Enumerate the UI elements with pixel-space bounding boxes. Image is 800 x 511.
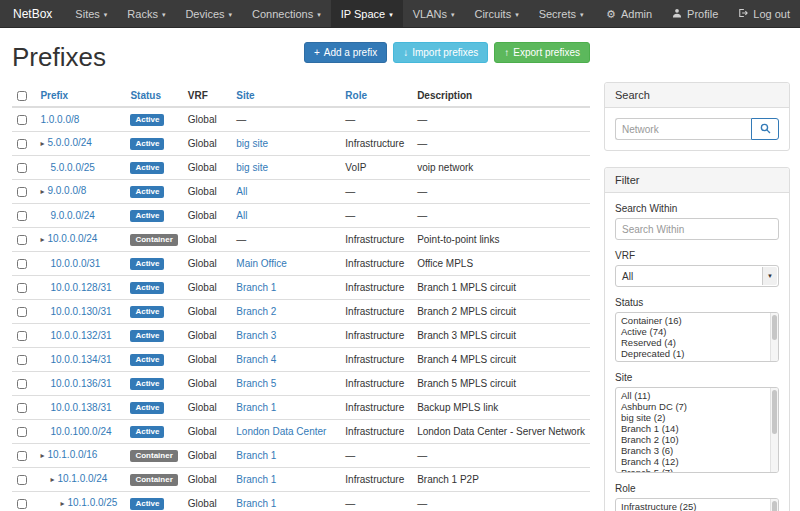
prefix-link[interactable]: 10.0.0.138/31 xyxy=(50,402,111,413)
row-checkbox[interactable] xyxy=(17,451,27,461)
column-header-role[interactable]: Role xyxy=(340,85,412,107)
scrollbar-thumb[interactable] xyxy=(772,315,777,340)
scrollbar-thumb[interactable] xyxy=(772,501,777,511)
listbox-option[interactable]: All (11) xyxy=(616,390,778,401)
nav-item-sites[interactable]: Sites▾ xyxy=(65,0,117,27)
nav-item-secrets[interactable]: Secrets▾ xyxy=(529,0,594,27)
listbox-option[interactable]: Branch 1 (14) xyxy=(616,423,778,434)
listbox-option[interactable]: Ashburn DC (7) xyxy=(616,401,778,412)
listbox-option[interactable]: Branch 5 (7) xyxy=(616,467,778,473)
site-link[interactable]: Branch 1 xyxy=(236,282,276,293)
prefix-link[interactable]: 10.0.0.0/24 xyxy=(47,233,97,244)
site-link[interactable]: Branch 1 xyxy=(236,402,276,413)
site-link[interactable]: Branch 1 xyxy=(236,474,276,485)
site-link[interactable]: Branch 1 xyxy=(236,498,276,509)
site-link[interactable]: Branch 4 xyxy=(236,354,276,365)
prefix-link[interactable]: 5.0.0.0/24 xyxy=(47,137,91,148)
listbox-option[interactable]: Branch 2 (10) xyxy=(616,434,778,445)
admin-link[interactable]: ⚙Admin xyxy=(596,0,662,27)
export-prefixes-button[interactable]: ↑Export prefixes xyxy=(494,42,590,63)
row-checkbox[interactable] xyxy=(17,427,27,437)
listbox-option[interactable]: Infrastructure (25) xyxy=(616,501,778,511)
prefix-link[interactable]: 9.0.0.0/8 xyxy=(47,185,86,196)
row-checkbox[interactable] xyxy=(17,235,27,245)
row-checkbox[interactable] xyxy=(17,475,27,485)
prefix-link[interactable]: 10.0.0.128/31 xyxy=(50,282,111,293)
prefix-link[interactable]: 10.1.0.0/25 xyxy=(67,497,117,508)
site-link[interactable]: Main Office xyxy=(236,258,286,269)
status-badge: Active xyxy=(130,402,164,414)
expand-toggle-icon[interactable]: ▸ xyxy=(60,499,64,508)
listbox-option[interactable]: Branch 3 (6) xyxy=(616,445,778,456)
listbox-option[interactable]: Reserved (4) xyxy=(616,337,778,348)
nav-item-circuits[interactable]: Circuits▾ xyxy=(464,0,528,27)
listbox-option[interactable]: Container (16) xyxy=(616,315,778,326)
prefix-link[interactable]: 10.0.0.0/31 xyxy=(50,258,100,269)
import-prefixes-button[interactable]: ↓Import prefixes xyxy=(393,42,488,63)
nav-item-racks[interactable]: Racks▾ xyxy=(117,0,175,27)
nav-item-devices[interactable]: Devices▾ xyxy=(175,0,242,27)
row-checkbox[interactable] xyxy=(17,307,27,317)
prefix-link[interactable]: 10.0.0.132/31 xyxy=(50,330,111,341)
row-checkbox[interactable] xyxy=(17,139,27,149)
prefix-link[interactable]: 10.0.0.136/31 xyxy=(50,378,111,389)
column-header-prefix[interactable]: Prefix xyxy=(35,85,125,107)
log-out-link[interactable]: Log out xyxy=(728,0,800,27)
site-link[interactable]: London Data Center xyxy=(236,426,326,437)
row-checkbox[interactable] xyxy=(17,283,27,293)
row-checkbox[interactable] xyxy=(17,115,27,125)
prefix-link[interactable]: 10.0.0.130/31 xyxy=(50,306,111,317)
vrf-select[interactable]: All▼ xyxy=(615,265,779,287)
site-link[interactable]: Branch 1 xyxy=(236,450,276,461)
prefix-link[interactable]: 10.1.0.0/24 xyxy=(57,473,107,484)
add-prefix-button[interactable]: +Add a prefix xyxy=(304,42,387,63)
site-link[interactable]: All xyxy=(236,210,247,221)
site-link[interactable]: Branch 3 xyxy=(236,330,276,341)
listbox-option[interactable]: Active (74) xyxy=(616,326,778,337)
expand-toggle-icon[interactable]: ▸ xyxy=(40,451,44,460)
listbox-option[interactable]: big site (2) xyxy=(616,412,778,423)
search-within-input[interactable] xyxy=(615,218,779,240)
row-checkbox[interactable] xyxy=(17,259,27,269)
site-link[interactable]: All xyxy=(236,186,247,197)
listbox-option[interactable]: Deprecated (1) xyxy=(616,348,778,359)
site-link[interactable]: Branch 5 xyxy=(236,378,276,389)
scrollbar-track xyxy=(770,388,778,472)
prefix-link[interactable]: 1.0.0.0/8 xyxy=(40,114,79,125)
site-link[interactable]: big site xyxy=(236,138,268,149)
row-checkbox[interactable] xyxy=(17,355,27,365)
prefix-link[interactable]: 5.0.0.0/25 xyxy=(50,162,94,173)
brand-link[interactable]: NetBox xyxy=(0,0,65,27)
expand-toggle-icon[interactable]: ▸ xyxy=(40,139,44,148)
row-checkbox[interactable] xyxy=(17,331,27,341)
site-link[interactable]: Branch 2 xyxy=(236,306,276,317)
nav-item-ip-space[interactable]: IP Space▾ xyxy=(331,0,403,27)
select-all-checkbox[interactable] xyxy=(17,91,27,101)
expand-toggle-icon[interactable]: ▸ xyxy=(50,475,54,484)
column-header-site[interactable]: Site xyxy=(231,85,340,107)
vrf-value: Global xyxy=(188,354,217,365)
nav-item-connections[interactable]: Connections▾ xyxy=(242,0,331,27)
search-input[interactable] xyxy=(615,118,751,140)
expand-toggle-icon[interactable]: ▸ xyxy=(40,235,44,244)
prefix-link[interactable]: 10.0.100.0/24 xyxy=(50,426,111,437)
profile-link[interactable]: Profile xyxy=(662,0,728,27)
scrollbar-thumb[interactable] xyxy=(772,390,777,434)
row-checkbox[interactable] xyxy=(17,403,27,413)
prefix-link[interactable]: 10.0.0.134/31 xyxy=(50,354,111,365)
listbox-option[interactable]: Branch 4 (12) xyxy=(616,456,778,467)
expand-toggle-icon[interactable]: ▸ xyxy=(40,187,44,196)
role-value: Infrastructure xyxy=(345,306,404,317)
row-checkbox[interactable] xyxy=(17,379,27,389)
row-checkbox[interactable] xyxy=(17,163,27,173)
site-link[interactable]: big site xyxy=(236,162,268,173)
nav-item-vlans[interactable]: VLANs▾ xyxy=(403,0,465,27)
search-button[interactable] xyxy=(751,118,779,140)
prefix-link[interactable]: 10.1.0.0/16 xyxy=(47,449,97,460)
column-header-status[interactable]: Status xyxy=(125,85,182,107)
row-checkbox[interactable] xyxy=(17,499,27,509)
row-checkbox[interactable] xyxy=(17,211,27,221)
prefix-link[interactable]: 9.0.0.0/24 xyxy=(50,210,94,221)
row-checkbox[interactable] xyxy=(17,187,27,197)
status-listbox: Container (16)Active (74)Reserved (4)Dep… xyxy=(615,312,779,362)
